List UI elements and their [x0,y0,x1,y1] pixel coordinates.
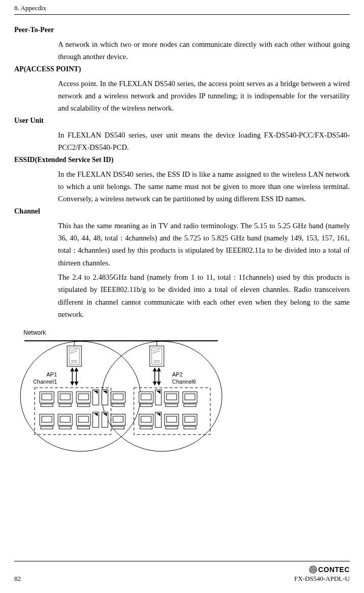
wireless-card-icon [155,412,161,427]
computer-icon [76,392,91,407]
svg-rect-76 [165,426,178,429]
svg-marker-18 [74,367,78,371]
term-peer-title: Peer-To-Peer [14,26,350,34]
wireless-card-icon [93,390,99,405]
svg-rect-65 [165,404,178,407]
term-ap-body: Access point. In the FLEXLAN DS540 serie… [58,77,350,115]
svg-rect-34 [77,404,90,407]
ap1-device-icon [67,346,81,366]
computer-icon [76,414,91,429]
svg-rect-38 [42,416,52,422]
diagram-network-label: Network [23,329,46,336]
svg-rect-67 [185,394,195,400]
svg-rect-59 [141,394,151,400]
term-channel-body1: This has the same meaning as in TV and r… [58,220,350,269]
brand-name: CONTEC [318,565,350,574]
computer-icon [164,414,179,429]
svg-rect-31 [59,404,71,407]
computer-icon [111,414,125,429]
wireless-arrow-2 [153,367,161,386]
svg-rect-45 [77,426,90,429]
svg-rect-71 [140,426,152,429]
svg-marker-25 [157,382,161,386]
ap1-name: AP1 [46,371,57,378]
svg-point-81 [311,568,315,572]
computer-icon [58,414,72,429]
svg-marker-16 [70,382,74,386]
svg-rect-57 [112,426,124,429]
svg-rect-27 [42,394,52,400]
svg-rect-51 [113,394,123,400]
svg-rect-39 [41,426,53,429]
svg-marker-15 [70,367,74,371]
ap1-channel: Channel1 [33,379,57,385]
svg-rect-42 [59,426,71,429]
header-chapter: 8. Appecdix [14,4,350,12]
ap2-channel: Channel6 [172,379,196,385]
svg-rect-44 [78,416,89,422]
svg-rect-3 [69,348,79,364]
computer-icon [183,414,197,429]
svg-rect-9 [152,348,162,364]
term-ap-title: AP(ACCESS POINT) [14,65,350,73]
svg-rect-52 [112,404,124,407]
term-essid-body: In the FLEXLAN DS540 series, the ESS ID … [58,168,350,205]
wireless-card-icon [93,412,99,427]
computer-icon [139,392,153,407]
term-channel-title: Channel [14,207,350,215]
svg-rect-75 [166,416,177,422]
term-userunit-title: User Unit [14,117,350,125]
network-diagram: Network AP1 Channel1 AP2 [14,328,350,457]
ap2-device-icon [150,346,164,366]
computer-icon [111,392,125,407]
term-userunit-body: In FLEXLAN DS540 series, user unit means… [58,129,350,154]
computer-icon [183,392,197,407]
svg-rect-68 [184,404,196,407]
ap2-name: AP2 [172,371,183,378]
svg-rect-41 [60,416,70,422]
svg-rect-64 [166,394,177,400]
svg-rect-78 [185,416,195,422]
svg-rect-60 [140,404,152,407]
computer-icon [164,392,179,407]
term-essid-title: ESSID(Extended Service Set ID) [14,156,350,164]
computer-icon [139,414,153,429]
svg-marker-24 [157,367,161,371]
svg-point-82 [312,569,314,571]
page-number: 82 [14,575,21,583]
wireless-card-icon [102,412,108,427]
computer-icon [40,392,54,407]
page-footer: 82 CONTEC FX-DS540-APDL-U [14,561,350,583]
wireless-card-icon [102,390,108,405]
svg-rect-79 [184,426,196,429]
computer-icon [58,392,72,407]
brand-logo-icon [309,565,317,574]
wireless-card-icon [155,390,161,405]
term-channel-body2: The 2.4 to 2.4835GHz band (namely from 1… [58,271,350,320]
footer-rule [14,561,350,561]
svg-rect-70 [141,416,151,422]
model-number: FX-DS540-APDL-U [294,575,350,583]
wireless-arrow-1 [70,367,78,386]
svg-rect-33 [78,394,89,400]
svg-marker-19 [74,382,78,386]
term-peer-body: A network in which two or more nodes can… [58,38,350,63]
computer-icon [40,414,54,429]
svg-marker-22 [153,382,157,386]
header-rule [14,14,350,15]
svg-rect-28 [41,404,53,407]
brand-logo: CONTEC [294,565,350,574]
svg-marker-21 [153,367,157,371]
svg-rect-30 [60,394,70,400]
svg-rect-56 [113,416,123,422]
